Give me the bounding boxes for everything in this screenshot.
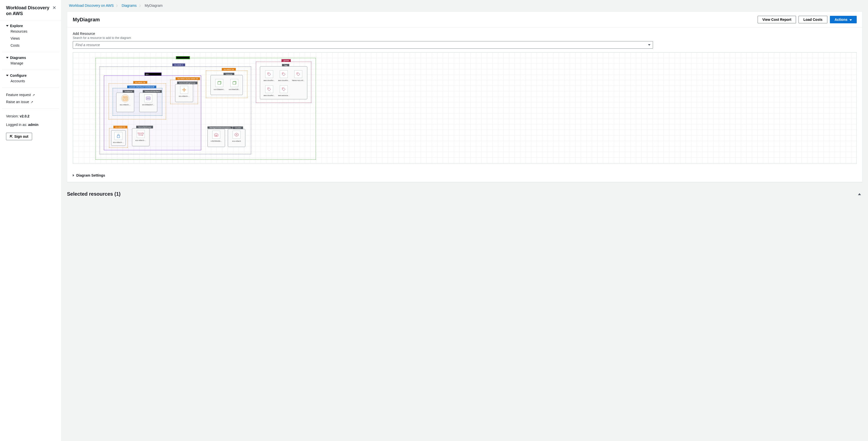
chevron-down-icon xyxy=(849,19,852,21)
breadcrumb-current: MyDiagram xyxy=(145,3,163,7)
node-asg[interactable]: ecs-refarch-... xyxy=(175,84,193,102)
node-volume-1[interactable]: vol-038abb4... xyxy=(213,77,225,93)
cluster-icon xyxy=(232,131,241,139)
login-user: admin xyxy=(28,123,38,127)
chevron-up-icon[interactable] xyxy=(858,193,861,195)
svg-marker-8 xyxy=(235,133,238,136)
node-tag-1[interactable]: aws:cloudfor... xyxy=(263,69,275,81)
svg-point-12 xyxy=(297,73,298,74)
node-tag-3[interactable]: Name=ecs-ref... xyxy=(292,69,305,81)
tag-icon xyxy=(294,70,302,78)
breadcrumb-diagrams[interactable]: Diagrams xyxy=(122,3,137,7)
load-costs-button[interactable]: Load Costs xyxy=(799,16,827,23)
breadcrumb-root[interactable]: Workload Discovery on AWS xyxy=(69,3,114,7)
node-asg-label: ecs-refarch-... xyxy=(179,95,189,97)
nav-section-explore[interactable]: Explore xyxy=(6,24,55,28)
actions-label: Actions xyxy=(835,18,847,22)
diagram-panel: MyDiagram View Cost Report Load Costs Ac… xyxy=(67,11,863,182)
region-label: eu-west-1 xyxy=(172,63,185,66)
app-title: Workload Discovery on AWS xyxy=(6,5,53,16)
nav-item-costs[interactable]: Costs xyxy=(6,42,55,49)
login-label: Logged in as: xyxy=(6,123,28,127)
view-cost-report-button[interactable]: View Cost Report xyxy=(757,16,796,23)
node-mii-label: i-05299640b... xyxy=(211,140,222,142)
nav-item-resources[interactable]: Resources xyxy=(6,28,55,35)
eni-icon xyxy=(144,94,152,102)
version-label: Version: xyxy=(6,114,20,118)
node-cluster-label: ecs-refarch xyxy=(232,140,241,142)
close-icon[interactable]: ✕ xyxy=(53,5,56,10)
main: Workload Discovery on AWS 〉 Diagrams 〉 M… xyxy=(61,0,868,441)
tag-icon xyxy=(265,85,273,93)
nav-item-manage[interactable]: Manage xyxy=(6,60,55,67)
breadcrumb: Workload Discovery on AWS 〉 Diagrams 〉 M… xyxy=(61,0,868,11)
node-instance[interactable]: T2 ecs-refarch-... xyxy=(116,93,134,112)
chevron-right-icon: 〉 xyxy=(116,4,119,7)
nav-section-diagrams[interactable]: Diagrams xyxy=(6,56,55,60)
external-icon: ⇱ xyxy=(10,134,13,138)
node-volume-1-label: vol-038abb4... xyxy=(214,89,225,90)
lock-icon xyxy=(114,132,122,140)
chevron-right-icon xyxy=(73,174,74,177)
chevron-right-icon: 〉 xyxy=(139,4,142,7)
svg-rect-7 xyxy=(216,135,217,136)
node-az-b-label: ecs-refarch-... xyxy=(113,141,124,143)
signout-button[interactable]: ⇱ Sign out xyxy=(6,133,32,140)
svg-point-14 xyxy=(283,88,283,89)
nav-section-configure[interactable]: Configure xyxy=(6,73,55,77)
svg-point-11 xyxy=(283,73,283,74)
tag-icon xyxy=(280,70,288,78)
node-volume-2-label: vol-04a4190... xyxy=(229,89,240,90)
svg-rect-6 xyxy=(117,136,120,138)
svg-point-4 xyxy=(149,98,150,99)
link-feature-request[interactable]: Feature request xyxy=(6,91,55,98)
volume-icon xyxy=(215,79,223,87)
diagram-settings-label: Diagram Settings xyxy=(76,174,105,177)
security-group-icon: Security Group xyxy=(137,130,145,138)
node-sg-label: ecs-refarch-... xyxy=(135,139,146,141)
nav-item-accounts[interactable]: Accounts xyxy=(6,77,55,85)
node-volume-2[interactable]: vol-04a4190... xyxy=(228,77,241,93)
sidebar: Workload Discovery on AWS ✕ Explore Reso… xyxy=(0,0,61,441)
svg-rect-2 xyxy=(146,97,150,100)
selected-resources-panel: Selected resources (1) xyxy=(67,188,863,200)
tag-icon xyxy=(265,70,273,78)
svg-point-9 xyxy=(236,134,237,135)
svg-rect-0 xyxy=(218,82,221,84)
diagram-settings-toggle[interactable]: Diagram Settings xyxy=(67,169,862,182)
svg-point-13 xyxy=(268,88,269,89)
inventory-icon xyxy=(212,131,220,139)
selected-resources-title: Selected resources (1) xyxy=(67,191,120,197)
diagram-canvas[interactable]: eu-west-1 eu-west-1a Volume vol-038abb4.… xyxy=(73,52,857,164)
chevron-down-icon xyxy=(648,44,651,46)
node-mii[interactable]: i-05299640b... xyxy=(208,129,225,147)
node-cluster[interactable]: ecs-refarch xyxy=(228,129,245,147)
node-eni-label: eni-098a02b7... xyxy=(142,104,155,105)
svg-rect-1 xyxy=(233,82,236,84)
node-instance-label: ecs-refarch-... xyxy=(120,104,130,105)
node-tag-4[interactable]: aws:cloudfor... xyxy=(263,84,275,96)
node-eni[interactable]: eni-098a02b7... xyxy=(139,93,157,112)
instance-icon: T2 xyxy=(121,94,129,102)
find-resource-select[interactable]: Find a resource xyxy=(73,41,653,49)
mii-group-label: ManagedInstanceInventory xyxy=(208,126,232,129)
find-resource-placeholder: Find a resource xyxy=(73,41,653,49)
nav-item-views[interactable]: Views xyxy=(6,35,55,42)
add-resource-label: Add Resource xyxy=(73,32,857,36)
volume-icon xyxy=(230,79,238,87)
link-raise-issue[interactable]: Raise an issue xyxy=(6,98,55,105)
node-tag-5[interactable]: aws:autosca... xyxy=(277,84,290,96)
tag-icon xyxy=(280,85,288,93)
asg-icon xyxy=(180,86,188,94)
signout-label: Sign out xyxy=(14,134,28,138)
svg-point-3 xyxy=(147,98,148,99)
node-sg[interactable]: Security Group ecs-refarch-... xyxy=(132,128,150,146)
svg-point-10 xyxy=(268,73,269,74)
actions-button[interactable]: Actions xyxy=(830,16,857,23)
version-value: v2.0.2 xyxy=(20,114,29,118)
page-title: MyDiagram xyxy=(73,17,100,23)
node-az-b[interactable]: ecs-refarch-... xyxy=(111,130,126,146)
node-tag-2[interactable]: aws:cloudfor... xyxy=(277,69,290,81)
add-resource-desc: Search for a resource to add to the diag… xyxy=(73,36,857,40)
